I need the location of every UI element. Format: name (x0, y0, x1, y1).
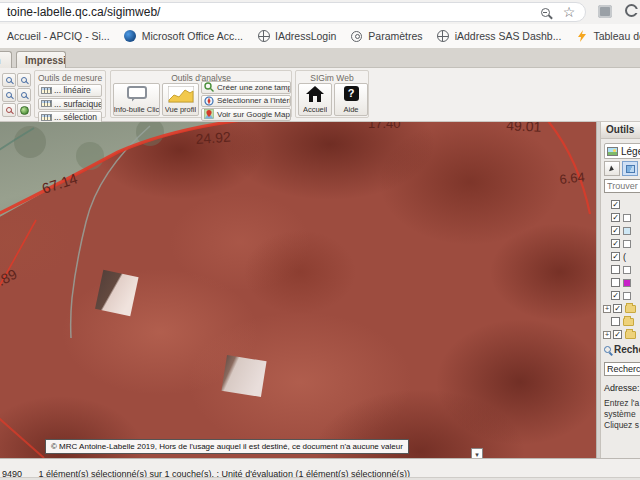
vue-profil-button[interactable]: Vue profil (162, 83, 199, 116)
expander-icon[interactable]: + (603, 331, 611, 339)
layers-tool-button[interactable] (622, 161, 638, 176)
map-copyright-notice: © MRC Antoine-Labelle 2019, Hors de l'us… (45, 439, 409, 454)
legend-tree-row[interactable]: ✓ (601, 224, 640, 237)
expander-icon[interactable]: + (603, 305, 611, 313)
extensions-icon[interactable] (598, 5, 612, 18)
lightning-icon (575, 30, 588, 43)
ruler-icon (41, 114, 52, 121)
map-viewport[interactable]: 24.92 67.14 6.64 4.89 17.40 49.01 © MRC … (0, 122, 596, 458)
legend-tree-row[interactable]: +✓ (601, 328, 640, 341)
measure-lineaire-button[interactable]: ... linéaire (38, 84, 102, 97)
layer-checkbox[interactable]: ✓ (613, 330, 622, 339)
folder-icon (625, 331, 636, 339)
google-maps-pin-icon (204, 109, 214, 119)
layer-checkbox[interactable]: ✓ (611, 239, 620, 248)
bookmark-tableau-de-bord[interactable]: Tableau de bord – C... (575, 30, 640, 43)
layer-checkbox[interactable] (611, 265, 620, 274)
legend-tree-row[interactable] (601, 315, 640, 328)
legend-tree-row[interactable]: ✓ (601, 289, 640, 302)
profile-chart-icon (168, 86, 194, 103)
folder-icon (623, 318, 634, 326)
layer-checkbox[interactable] (611, 278, 620, 287)
full-extent-button[interactable] (17, 103, 31, 117)
group-outils-de-mesure: Outils de mesure ... linéaire ... surfac… (34, 70, 106, 118)
cursor-icon (609, 165, 615, 172)
layer-checkbox[interactable]: ✓ (611, 226, 620, 235)
group-outils-analyse: Outils d'analyse Info-bulle Clic Vue pro… (110, 70, 292, 118)
app-tab-row: n Impression (0, 48, 640, 68)
url-text[interactable]: toine-labelle.qc.ca/sigimweb/ (0, 5, 537, 19)
selectionner-interieur-button[interactable]: Sélectionner à l'intérieur (201, 95, 291, 108)
tab-partial[interactable]: n (0, 51, 12, 68)
search-help-text: Entrez l'a système Cliquez s (604, 398, 639, 431)
legend-tree-row[interactable]: ✓( (601, 250, 640, 263)
navigation-mini-buttons (2, 73, 32, 117)
favorite-star-icon[interactable]: ☆ (561, 4, 577, 20)
google-maps-button[interactable]: Voir sur Google Maps (201, 108, 291, 121)
address-label: Adresse: (604, 383, 640, 393)
analysis-stacked-buttons: Créer une zone tampon Sélectionner à l'i… (201, 81, 291, 122)
legend-swatch (623, 240, 631, 248)
legend-tree-row[interactable] (601, 263, 640, 276)
search-type-input[interactable] (604, 362, 640, 376)
tab-impression[interactable]: Impression (16, 51, 66, 68)
zone-tampon-button[interactable]: Créer une zone tampon (201, 81, 291, 94)
legend-image-icon (607, 147, 618, 156)
magnifier-icon (6, 92, 12, 98)
zoom-in-button[interactable] (2, 73, 16, 87)
measure-surfacique-button[interactable]: ... surfacique (38, 98, 102, 111)
bookmark-parametres[interactable]: Paramètres (350, 30, 422, 43)
legend-swatch (623, 292, 631, 300)
magnifier-icon (21, 92, 27, 98)
parcel-boundary-line (544, 122, 590, 214)
tab-legende[interactable]: Légende (604, 143, 640, 159)
legend-swatch (623, 214, 631, 222)
zoom-selection-button[interactable] (2, 103, 16, 117)
magnifier-icon (21, 77, 27, 83)
legend-tree: ✓✓✓✓✓(✓+✓+✓ (601, 198, 640, 341)
bookmarks-bar: Accueil - APCIQ - Si... Microsoft Office… (0, 24, 640, 48)
info-bulle-clic-button[interactable]: Info-bulle Clic (113, 83, 160, 116)
dimension-label: 49.01 (506, 122, 542, 135)
legend-tree-row[interactable]: ✓ (601, 211, 640, 224)
layer-checkbox[interactable]: ✓ (613, 304, 622, 313)
map-control-button[interactable]: ▾ (471, 448, 483, 458)
legend-tree-row[interactable]: ✓ (601, 237, 640, 250)
home-icon (306, 86, 324, 102)
bookmark-accueil-apciq[interactable]: Accueil - APCIQ - Si... (2, 30, 110, 42)
folder-icon (625, 305, 636, 313)
layer-checkbox[interactable]: ✓ (611, 200, 620, 209)
legend-tree-row[interactable] (601, 276, 640, 289)
gear-icon (350, 30, 363, 43)
legend-tree-row[interactable]: ✓ (601, 198, 640, 211)
legend-tree-row[interactable]: +✓ (601, 302, 640, 315)
magnifier-icon (6, 77, 12, 83)
layer-checkbox[interactable]: ✓ (611, 213, 620, 222)
browser-profile-icon[interactable] (625, 4, 638, 17)
accueil-button[interactable]: Accueil (298, 83, 332, 116)
zoom-out-button[interactable] (2, 88, 16, 102)
find-layer-input[interactable] (604, 179, 640, 193)
globe-icon (257, 30, 270, 43)
building-footprint (95, 270, 139, 317)
legend-swatch (623, 227, 631, 235)
layer-checkbox[interactable] (611, 317, 620, 326)
previous-extent-button[interactable] (17, 88, 31, 102)
bookmark-iadresslogin[interactable]: IAdressLogin (257, 30, 336, 43)
question-mark-icon: ? (344, 86, 359, 101)
address-bar[interactable]: toine-labelle.qc.ca/sigimweb/ ☆ (0, 2, 586, 22)
legend-swatch (623, 266, 631, 274)
magnifier-icon (6, 107, 12, 113)
browser-address-row: toine-labelle.qc.ca/sigimweb/ ☆ (0, 0, 640, 24)
group-sigim-web: SIGim Web Accueil ? Aide (295, 70, 369, 118)
aide-button[interactable]: ? Aide (334, 83, 368, 116)
layer-checkbox[interactable]: ✓ (611, 291, 620, 300)
bookmark-iaddress-sas[interactable]: iAddress SAS Dashb... (437, 30, 562, 43)
zoom-out-icon[interactable] (537, 4, 553, 20)
buffer-zone-icon (204, 82, 214, 92)
bookmark-microsoft-office[interactable]: Microsoft Office Acc... (124, 30, 243, 43)
identify-tool-button[interactable] (604, 161, 620, 176)
legend-text: ( (623, 252, 626, 262)
layer-checkbox[interactable]: ✓ (611, 252, 620, 261)
zoom-box-button[interactable] (17, 73, 31, 87)
